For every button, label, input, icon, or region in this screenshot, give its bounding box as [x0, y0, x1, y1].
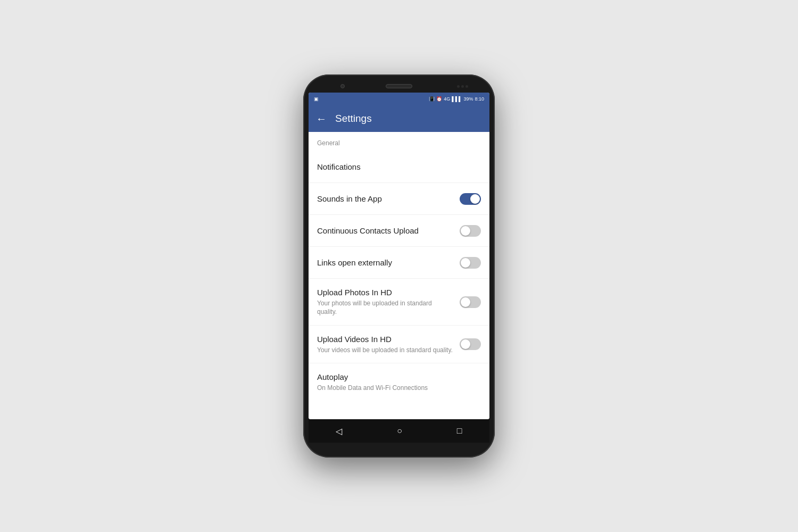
setting-item-sounds[interactable]: Sounds in the App [309, 183, 489, 215]
setting-title-videos-hd: Upload Videos In HD [317, 334, 453, 345]
toggle-links-external[interactable] [460, 257, 481, 269]
setting-title-photos-hd: Upload Photos In HD [317, 287, 453, 298]
back-button[interactable]: ← [316, 113, 327, 125]
phone-nav-bar: ◁ ○ □ [309, 419, 489, 443]
settings-content: General Notifications Sounds in the App [309, 132, 489, 419]
setting-title-autoplay: Autoplay [317, 372, 481, 383]
recents-nav-button[interactable]: □ [448, 423, 471, 439]
toggle-videos-hd[interactable] [460, 338, 481, 350]
signal-icon: ▌▌▌ [452, 96, 462, 102]
battery-label: 39% [463, 96, 473, 102]
setting-text-sounds: Sounds in the App [317, 194, 453, 204]
phone-device: ▣ 📳 ⏰ 4G ▌▌▌ 39% 8:10 ← Settings General… [303, 74, 495, 458]
setting-text-videos-hd: Upload Videos In HD Your videos will be … [317, 334, 453, 354]
toggle-knob-links-external [461, 258, 470, 268]
phone-dot [466, 85, 468, 88]
phone-dot [457, 85, 460, 88]
setting-item-autoplay[interactable]: Autoplay On Mobile Data and Wi-Fi Connec… [309, 363, 489, 401]
toggle-photos-hd[interactable] [460, 296, 481, 308]
nav-bar: ← Settings [309, 105, 489, 132]
phone-camera [340, 84, 345, 88]
page-title: Settings [335, 113, 372, 124]
alarm-icon: ⏰ [436, 96, 442, 102]
setting-item-videos-hd[interactable]: Upload Videos In HD Your videos will be … [309, 326, 489, 363]
network-label: 4G [444, 96, 450, 102]
setting-text-photos-hd: Upload Photos In HD Your photos will be … [317, 287, 453, 317]
toggle-sounds[interactable] [460, 193, 481, 205]
setting-item-contacts-upload[interactable]: Continuous Contacts Upload [309, 215, 489, 247]
setting-title-sounds: Sounds in the App [317, 194, 453, 204]
phone-speaker [386, 84, 412, 88]
setting-subtitle-autoplay: On Mobile Data and Wi-Fi Connections [317, 384, 481, 393]
setting-text-contacts-upload: Continuous Contacts Upload [317, 226, 453, 236]
setting-text-links-external: Links open externally [317, 257, 453, 268]
toggle-contacts-upload[interactable] [460, 225, 481, 237]
setting-title-notifications: Notifications [317, 162, 481, 172]
phone-top-bar [309, 82, 489, 93]
back-nav-button[interactable]: ◁ [327, 423, 351, 439]
toggle-knob-sounds [470, 194, 480, 204]
setting-text-notifications: Notifications [317, 162, 481, 172]
setting-title-contacts-upload: Continuous Contacts Upload [317, 226, 453, 236]
setting-title-links-external: Links open externally [317, 257, 453, 268]
status-bar: ▣ 📳 ⏰ 4G ▌▌▌ 39% 8:10 [309, 93, 489, 105]
phone-bottom [309, 443, 489, 450]
toggle-knob-contacts-upload [461, 226, 470, 236]
toggle-knob-photos-hd [461, 297, 470, 307]
image-icon: ▣ [314, 96, 319, 102]
setting-subtitle-photos-hd: Your photos will be uploaded in standard… [317, 299, 453, 317]
section-label-general: General [309, 132, 489, 151]
setting-item-photos-hd[interactable]: Upload Photos In HD Your photos will be … [309, 279, 489, 326]
toggle-knob-videos-hd [461, 339, 470, 349]
vibrate-icon: 📳 [429, 96, 435, 102]
setting-subtitle-videos-hd: Your videos will be uploaded in standard… [317, 346, 453, 355]
time-label: 8:10 [475, 96, 484, 102]
status-left: ▣ [314, 96, 319, 102]
phone-dot [461, 85, 464, 88]
setting-item-notifications[interactable]: Notifications [309, 151, 489, 183]
status-right: 📳 ⏰ 4G ▌▌▌ 39% 8:10 [429, 96, 484, 102]
setting-text-autoplay: Autoplay On Mobile Data and Wi-Fi Connec… [317, 372, 481, 392]
phone-dots [457, 85, 468, 88]
setting-item-links-external[interactable]: Links open externally [309, 247, 489, 279]
phone-screen: ▣ 📳 ⏰ 4G ▌▌▌ 39% 8:10 ← Settings General… [309, 93, 489, 419]
home-nav-button[interactable]: ○ [388, 423, 411, 439]
